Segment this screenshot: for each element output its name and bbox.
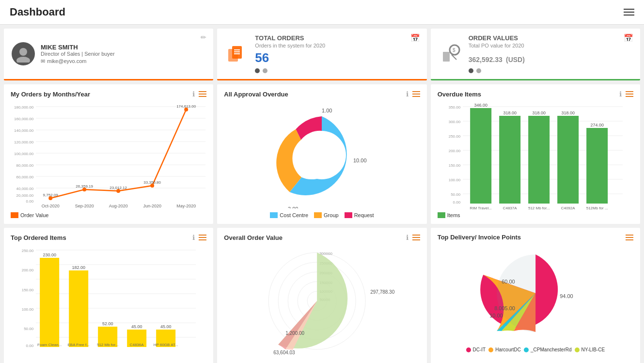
svg-text:120,000.00: 120,000.00 xyxy=(14,140,34,144)
svg-text:174,613.00: 174,613.00 xyxy=(176,104,196,109)
overall-order-header: Overall Order Value ℹ xyxy=(224,234,420,241)
svg-rect-91 xyxy=(40,258,59,347)
menu-lines-icon-3[interactable] xyxy=(626,91,633,97)
svg-text:182.00: 182.00 xyxy=(72,265,85,270)
total-orders-sub: Orders in the system for 2020 xyxy=(255,43,419,48)
info-icon-5[interactable]: ℹ xyxy=(406,234,408,241)
profile-role: Director of Sales | Senior buyer xyxy=(41,51,115,57)
chart-header-icons: ℹ xyxy=(192,90,206,98)
info-icon-4[interactable]: ℹ xyxy=(192,234,195,241)
svg-text:250.00: 250.00 xyxy=(22,249,34,253)
legend-cp: _CPManchesterRd xyxy=(524,347,571,352)
legend-harcourt: HarcourtDC xyxy=(488,347,521,352)
info-icon[interactable]: ℹ xyxy=(192,90,195,98)
menu-lines-icon-2[interactable] xyxy=(412,91,420,97)
menu-lines-icon-5[interactable] xyxy=(412,235,420,240)
svg-text:80,000.00: 80,000.00 xyxy=(16,163,34,168)
edit-icon[interactable]: ✏ xyxy=(201,33,206,41)
top-ordered-icons: ℹ xyxy=(192,234,206,241)
svg-text:160,000.00: 160,000.00 xyxy=(14,117,34,121)
svg-text:346.00: 346.00 xyxy=(474,103,487,108)
calendar-icon[interactable]: 📅 xyxy=(410,33,420,43)
legend-order-value: Order Value xyxy=(11,212,49,218)
svg-text:100.00: 100.00 xyxy=(22,307,34,312)
svg-text:EBA Free f...: EBA Free f... xyxy=(67,343,89,347)
menu-lines-icon-4[interactable] xyxy=(199,235,206,240)
svg-text:512 Mb for...: 512 Mb for... xyxy=(97,343,118,347)
svg-text:150.00: 150.00 xyxy=(448,163,460,168)
dot-4 xyxy=(476,68,481,73)
info-icon-3[interactable]: ℹ xyxy=(619,90,622,98)
overall-order-card: Overall Order Value ℹ 300000 250000 2000… xyxy=(217,228,426,363)
svg-text:512 Mb for...: 512 Mb for... xyxy=(528,206,550,210)
svg-text:Oct-2020: Oct-2020 xyxy=(42,204,60,208)
line-chart: 180,000.00 160,000.00 140,000.00 120,000… xyxy=(11,102,206,208)
orders-by-month-card: My Orders by Months/Year ℹ xyxy=(4,84,213,224)
svg-text:150.00: 150.00 xyxy=(22,288,34,292)
svg-rect-67 xyxy=(528,116,550,204)
svg-text:8.005.00: 8.005.00 xyxy=(494,305,515,311)
bar-chart-overdue: 350.00 300.00 250.00 200.00 150.00 100.0… xyxy=(438,102,633,208)
order-values-content: ORDER VALUES Total PO value for 2020 362… xyxy=(469,34,632,73)
svg-text:C4837A: C4837A xyxy=(503,206,517,210)
svg-text:1.00: 1.00 xyxy=(322,108,332,113)
menu-lines-icon[interactable] xyxy=(199,91,206,97)
svg-text:40,000.00: 40,000.00 xyxy=(16,187,34,191)
legend-color-orange xyxy=(11,212,18,218)
svg-rect-7 xyxy=(443,52,450,62)
email-icon: ✉ xyxy=(41,58,45,64)
svg-text:94.00: 94.00 xyxy=(560,293,573,299)
overdue-chart-header: Overdue Items ℹ xyxy=(438,90,633,98)
info-icon-2[interactable]: ℹ xyxy=(406,90,408,98)
overall-order-chart: 300000 250000 200000 150000 100000 50000… xyxy=(224,245,420,357)
overdue-items-card: Overdue Items ℹ 350.00 xyxy=(431,84,640,224)
top-cards-row: MIKE SMITH Director of Sales | Senior bu… xyxy=(4,29,640,80)
profile-card: MIKE SMITH Director of Sales | Senior bu… xyxy=(4,29,213,80)
svg-text:274.00: 274.00 xyxy=(590,123,604,127)
svg-text:HP 60GB AT...: HP 60GB AT... xyxy=(154,343,178,347)
orders-chart-header: My Orders by Months/Year ℹ xyxy=(11,90,206,98)
top-delivery-card: Top Delivery/ Invoice Points xyxy=(431,228,640,363)
card-dots xyxy=(255,68,419,73)
svg-text:50.00: 50.00 xyxy=(24,327,34,331)
donut-chart-container: 10.00 3.00 1.00 Cost Centre Group xyxy=(224,102,420,218)
legend-color-blue xyxy=(270,212,278,218)
svg-text:180,000.00: 180,000.00 xyxy=(14,105,34,110)
card-dots-2 xyxy=(469,68,632,73)
profile-email: ✉ mike@eyvo.com xyxy=(41,58,115,64)
svg-text:512Mb for ...: 512Mb for ... xyxy=(586,206,608,210)
svg-text:45.00: 45.00 xyxy=(160,324,172,329)
total-orders-card: TOTAL ORDERS Orders in the system for 20… xyxy=(217,29,426,80)
dashboard: MIKE SMITH Director of Sales | Senior bu… xyxy=(0,25,644,363)
svg-text:230.00: 230.00 xyxy=(43,253,56,257)
dot-3 xyxy=(469,68,473,73)
legend-dc-it: DC-IT xyxy=(466,347,486,352)
legend-color-orange2 xyxy=(314,212,322,218)
donut-legend: Cost Centre Group Request xyxy=(270,212,374,218)
menu-lines-icon-6[interactable] xyxy=(626,235,633,240)
svg-text:10.00: 10.00 xyxy=(353,158,367,163)
middle-charts-row: My Orders by Months/Year ℹ xyxy=(4,84,640,224)
svg-text:C4092A: C4092A xyxy=(561,206,575,210)
svg-text:300.00: 300.00 xyxy=(448,120,460,124)
top-ordered-title: Top Ordered Items xyxy=(11,234,66,241)
calendar-icon-2[interactable]: 📅 xyxy=(624,33,633,43)
svg-text:200.00: 200.00 xyxy=(22,268,34,272)
svg-text:RIM Travel...: RIM Travel... xyxy=(470,206,491,210)
svg-text:10.00: 10.00 xyxy=(489,313,503,318)
dot-dc-it xyxy=(466,347,471,352)
svg-point-0 xyxy=(19,48,27,56)
menu-icon[interactable] xyxy=(624,9,634,16)
svg-point-44 xyxy=(298,131,346,179)
top-ordered-card: Top Ordered Items ℹ 250.00 200.00 150.00… xyxy=(4,228,213,363)
svg-text:60,000.00: 60,000.00 xyxy=(16,175,34,179)
order-values-value: 362,592.33 (USD) xyxy=(469,50,632,65)
svg-text:45.00: 45.00 xyxy=(131,324,142,329)
overall-order-icons: ℹ xyxy=(406,234,420,241)
order-values-title: ORDER VALUES xyxy=(469,34,632,42)
approval-chart-title: All Approval Overdue xyxy=(224,91,288,98)
legend-cost-centre: Cost Centre xyxy=(270,212,308,218)
overdue-chart-title: Overdue Items xyxy=(438,91,481,98)
dot-1 xyxy=(255,68,260,73)
pie-legend: DC-IT HarcourtDC _CPManchesterRd NY-LIB-… xyxy=(438,347,633,352)
